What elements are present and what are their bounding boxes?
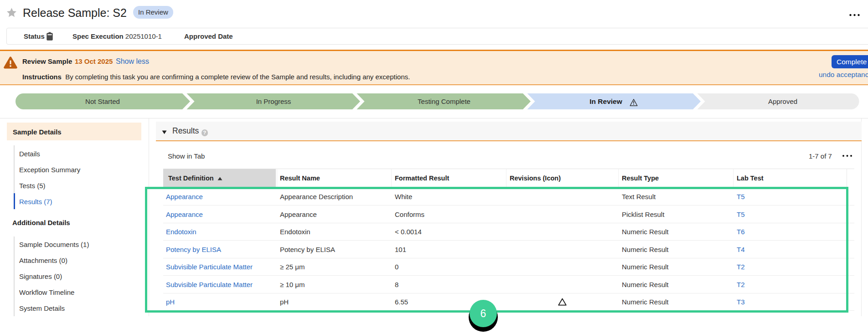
svg-text:In Progress: In Progress	[256, 98, 291, 105]
svg-text:Not Started: Not Started	[85, 98, 120, 105]
svg-text:In Review: In Review	[589, 98, 622, 105]
svg-text:Approved: Approved	[768, 98, 797, 105]
svg-text:Testing Complete: Testing Complete	[418, 98, 470, 105]
